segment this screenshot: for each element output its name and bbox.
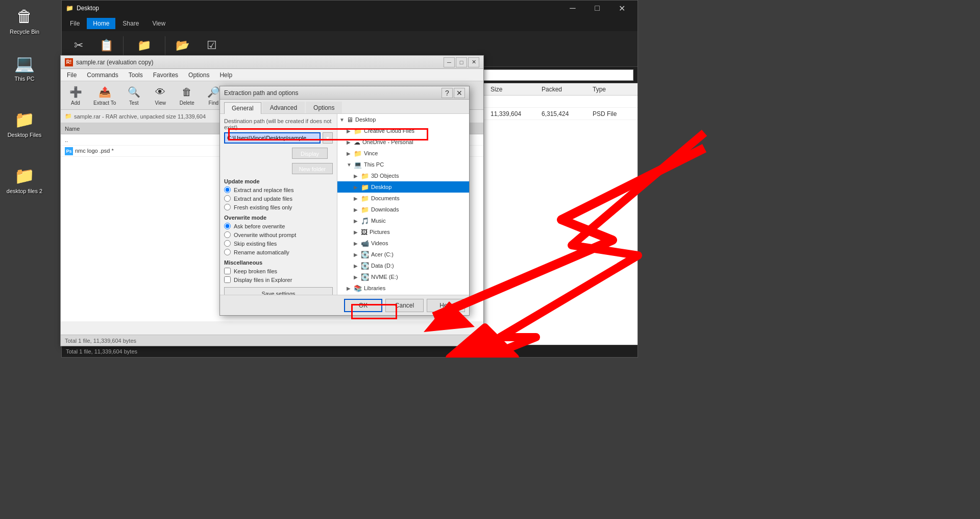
menu-favorites[interactable]: Favorites xyxy=(149,70,182,80)
toolbar-add-button[interactable]: ➕ Add xyxy=(63,83,88,108)
dest-dropdown-button[interactable]: ▼ xyxy=(323,132,333,144)
folder-icon: 📁 xyxy=(354,150,362,157)
ok-button[interactable]: OK xyxy=(344,299,382,312)
toolbar-test-button[interactable]: 🔍 Test xyxy=(121,83,146,108)
cancel-button[interactable]: Cancel xyxy=(385,299,424,312)
music-icon: 🎵 xyxy=(361,217,369,225)
update-mode-label: Update mode xyxy=(224,178,333,184)
overwrite-rename[interactable]: Rename automatically xyxy=(224,249,333,255)
tree-item-pictures[interactable]: ▶ 🖼 Pictures xyxy=(337,226,469,238)
tab-options[interactable]: Options xyxy=(306,102,342,113)
winrar-minimize-button[interactable]: ─ xyxy=(444,57,455,67)
menu-file[interactable]: File xyxy=(63,70,81,80)
desktop-files-label: Desktop Files xyxy=(8,132,42,138)
tree-item-downloads[interactable]: ▶ 📁 Downloads xyxy=(337,204,469,215)
extract-title-controls: ? ✕ xyxy=(442,88,465,98)
explorer-close-button[interactable]: ✕ xyxy=(610,1,633,16)
update-extract-update[interactable]: Extract and update files xyxy=(224,195,333,202)
winrar-statusbar: Total 1 file, 11,339,604 bytes xyxy=(61,335,483,346)
dest-path-input[interactable] xyxy=(224,132,321,144)
update-fresh-existing[interactable]: Fresh existing files only xyxy=(224,204,333,210)
winrar-maximize-button[interactable]: □ xyxy=(456,57,467,67)
help-button[interactable]: Help xyxy=(427,299,465,312)
tree-item-desktop-sub[interactable]: ▶ 📁 Desktop xyxy=(337,181,469,193)
dest-input-row: ▼ xyxy=(224,132,333,144)
tree-item-this-pc[interactable]: ▼ 💻 This PC xyxy=(337,159,469,170)
folder-icon: 📁 xyxy=(361,183,369,191)
display-button[interactable]: Display xyxy=(292,148,328,159)
dest-path-label: Destination path (will be created if doe… xyxy=(224,118,333,130)
tree-item-desktop[interactable]: ▼ 🖥 Desktop xyxy=(337,114,469,125)
tab-advanced[interactable]: Advanced xyxy=(262,102,305,113)
tab-general[interactable]: General xyxy=(224,102,261,114)
drive-icon: 💽 xyxy=(361,251,369,258)
test-icon: 🔍 xyxy=(127,85,141,99)
menu-options[interactable]: Options xyxy=(184,70,213,80)
desktop-icon-this-pc[interactable]: 💻 This PC xyxy=(4,51,45,84)
extract-help-button[interactable]: ? xyxy=(442,88,453,98)
explorer-folder-icon: 📁 xyxy=(66,5,74,12)
winrar-menubar: File Commands Tools Favorites Options He… xyxy=(61,69,483,81)
toolbar-view-button[interactable]: 👁 View xyxy=(148,83,173,108)
tree-item-acer-c[interactable]: ▶ 💽 Acer (C:) xyxy=(337,249,469,260)
menu-tools[interactable]: Tools xyxy=(125,70,147,80)
desktop: 🗑 Recycle Bin 💻 This PC 📁 Desktop Files … xyxy=(0,0,980,519)
tree-item-3d-objects[interactable]: ▶ 📁 3D Objects xyxy=(337,170,469,181)
extract-close-button[interactable]: ✕ xyxy=(454,88,465,98)
winrar-close-button[interactable]: ✕ xyxy=(468,57,479,67)
winrar-status-text: Total 1 file, 11,339,604 bytes xyxy=(65,338,136,344)
ribbon-tab-file[interactable]: File xyxy=(64,18,86,29)
misc-keep-broken[interactable]: Keep broken files xyxy=(224,268,333,274)
extract-titlebar: Extraction path and options ? ✕ xyxy=(220,86,469,100)
winrar-path-icon: 📁 xyxy=(65,113,72,120)
overwrite-without-prompt[interactable]: Overwrite without prompt xyxy=(224,231,333,238)
thispc-icon: 💻 xyxy=(14,53,35,74)
ribbon-tab-home[interactable]: Home xyxy=(87,18,115,29)
folder-icon: 📁 xyxy=(361,206,369,214)
tree-item-documents[interactable]: ▶ 📁 Documents xyxy=(337,193,469,204)
extract-dialog: Extraction path and options ? ✕ General … xyxy=(219,86,470,316)
expand-icon: ▶ xyxy=(347,286,354,291)
explorer-titlebar: 📁 Desktop ─ □ ✕ xyxy=(62,1,638,16)
explorer-maximize-button[interactable]: □ xyxy=(585,1,609,16)
status-text: Total 1 file, 11,339,604 bytes xyxy=(66,348,137,355)
tree-item-music[interactable]: ▶ 🎵 Music xyxy=(337,215,469,226)
update-extract-replace[interactable]: Extract and replace files xyxy=(224,186,333,193)
desktop-icon-recycle-bin[interactable]: 🗑 Recycle Bin xyxy=(4,4,45,37)
desktop-files-icon: 📁 xyxy=(14,109,35,130)
desktop-icon-desktop-files[interactable]: 📁 Desktop Files xyxy=(4,107,45,140)
expand-icon: ▶ xyxy=(354,207,361,213)
folder-tree-panel: ▼ 🖥 Desktop ▶ 📁 Creative Cloud Files ▶ ☁… xyxy=(337,114,469,295)
ribbon-tab-share[interactable]: Share xyxy=(116,18,145,29)
toolbar-delete-button[interactable]: 🗑 Delete xyxy=(174,83,200,108)
desktop-icon-desktop-files-2[interactable]: 📁 desktop files 2 xyxy=(4,163,45,196)
toolbar-extract-button[interactable]: 📤 Extract To xyxy=(89,83,120,108)
add-icon: ➕ xyxy=(68,85,83,99)
update-mode-group: Extract and replace files Extract and up… xyxy=(224,186,333,210)
extract-icon: 📤 xyxy=(97,85,112,99)
tree-item-data-d[interactable]: ▶ 💽 Data (D:) xyxy=(337,260,469,271)
recycle-bin-label: Recycle Bin xyxy=(10,29,39,35)
tree-item-videos[interactable]: ▶ 📹 Videos xyxy=(337,238,469,249)
overwrite-ask[interactable]: Ask before overwrite xyxy=(224,223,333,229)
tree-item-libraries[interactable]: ▶ 📚 Libraries xyxy=(337,282,469,294)
tree-item-nvme-e[interactable]: ▶ 💽 NVME (E:) xyxy=(337,271,469,282)
folder-icon: 📁 xyxy=(354,127,362,135)
overwrite-skip[interactable]: Skip existing files xyxy=(224,240,333,247)
ribbon-tab-view[interactable]: View xyxy=(146,18,172,29)
tree-item-creative-cloud[interactable]: ▶ 📁 Creative Cloud Files xyxy=(337,125,469,136)
select-all-icon: ☑ xyxy=(204,37,220,54)
folder-icon: 📁 xyxy=(361,195,369,202)
explorer-title: Desktop xyxy=(77,5,99,12)
menu-help[interactable]: Help xyxy=(215,70,236,80)
menu-commands[interactable]: Commands xyxy=(83,70,122,80)
new-folder-button[interactable]: New folder xyxy=(292,163,333,174)
new-folder-icon: 📁 xyxy=(136,37,153,54)
explorer-minimize-button[interactable]: ─ xyxy=(561,1,584,16)
tree-item-onedrive[interactable]: ▶ ☁ OneDrive - Personal xyxy=(337,136,469,148)
col-type: Type xyxy=(593,86,633,93)
misc-display-explorer[interactable]: Display files in Explorer xyxy=(224,276,333,283)
videos-icon: 📹 xyxy=(361,240,369,247)
tree-item-vince[interactable]: ▶ 📁 Vince xyxy=(337,148,469,159)
expand-icon: ▶ xyxy=(354,218,361,224)
